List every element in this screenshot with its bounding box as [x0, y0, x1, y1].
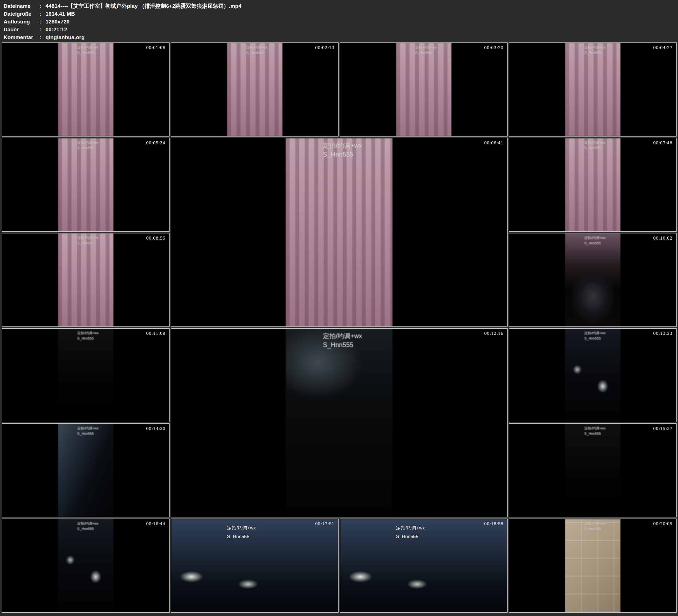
watermark: 定拍/约调+wxS_Hnn555: [77, 140, 99, 151]
thumbnail-image: 定拍/约调+wxS_Hnn555: [565, 233, 620, 326]
video-thumbnail-3: 定拍/约调+wxS_Hnn555 00:03:20: [340, 42, 507, 137]
meta-separator: :: [39, 34, 45, 41]
timestamp-label: 00:17:51: [315, 522, 334, 526]
watermark: 定拍/约调+wxS_Hnn555: [77, 331, 99, 341]
thumbnail-image: 定拍/约调+wxS_Hnn555: [58, 43, 113, 136]
timestamp-label: 00:04:27: [653, 45, 672, 50]
watermark: 定拍/约调+wxS_Hnn555: [77, 235, 99, 246]
thumbnail-image: 定拍/约调+wxS_Hnn555: [565, 43, 620, 136]
video-thumbnail-14: 定拍/约调+wxS_Hnn555 00:15:37: [509, 423, 677, 517]
watermark: 定拍/约调+wxS_Hnn555: [583, 140, 606, 151]
video-thumbnail-8: 定拍/约调+wxS_Hnn555 00:08:55: [2, 233, 170, 327]
timestamp-label: 00:10:02: [653, 236, 672, 240]
timestamp-label: 00:14:30: [146, 426, 165, 431]
timestamp-label: 00:16:44: [146, 522, 165, 526]
thumbnail-image: 定拍/约调+wxS_Hnn555: [227, 43, 282, 136]
timestamp-label: 00:13:23: [653, 331, 672, 336]
thumbnail-image: 定拍/约调+wxS_Hnn555: [58, 233, 113, 326]
video-thumbnail-18: 定拍/约调+wxS_Hnn555 00:20:05: [509, 518, 677, 613]
watermark: 定拍/约调+wxS_Hnn555: [246, 45, 268, 55]
timestamp-label: 00:01:06: [146, 45, 165, 50]
watermark: 定拍/约调+wxS_Hnn555: [583, 45, 606, 55]
meta-filename: Dateiname:44814----【艾宁工作室】初试户外play （排泄控制…: [4, 2, 678, 10]
metadata-header: Dateiname:44814----【艾宁工作室】初试户外play （排泄控制…: [0, 0, 678, 42]
timestamp-label: 00:05:34: [146, 141, 165, 145]
video-thumbnail-16: 定拍/约调+wxS_Hnn555 00:17:51: [171, 518, 339, 613]
thumbnail-image: 定拍/约调+wxS_Hnn555: [58, 519, 113, 612]
timestamp-label: 00:11:09: [146, 331, 165, 336]
video-thumbnail-1: 定拍/约调+wxS_Hnn555 00:01:06: [2, 42, 170, 137]
meta-value: 44814----【艾宁工作室】初试户外play （排泄控制6+2跳蛋双郊狼淋尿…: [45, 3, 241, 9]
thumbnail-image: 定拍/约调+wxS_Hnn555: [396, 43, 451, 136]
thumbnail-image: 定拍/约调+wxS_Hnn555: [58, 424, 113, 517]
video-thumbnail-5: 定拍/约调+wxS_Hnn555 00:05:34: [2, 138, 170, 232]
meta-label: Kommentar: [4, 34, 39, 41]
watermark: 定拍/约调+wxS_Hnn555: [77, 45, 99, 55]
meta-separator: :: [39, 26, 45, 34]
thumbnail-image: 定拍/约调+wxS_Hnn555: [286, 138, 392, 326]
thumbnail-image: 定拍/约调+wxS_Hnn555: [565, 424, 620, 517]
watermark: 定拍/约调+wxS_Hnn555: [583, 426, 606, 436]
watermark: 定拍/约调+wxS_Hnn555: [583, 521, 606, 532]
watermark: 定拍/约调+wxS_Hnn555: [583, 331, 606, 341]
timestamp-label: 00:02:13: [315, 45, 334, 50]
meta-label: Auflösung: [4, 18, 39, 26]
watermark: 定拍/约调+wxS_Hnn555: [322, 141, 362, 159]
video-thumbnail-10: 定拍/约调+wxS_Hnn555 00:11:09: [2, 328, 170, 422]
meta-label: Dateigröße: [4, 10, 39, 18]
video-thumbnail-4: 定拍/约调+wxS_Hnn555 00:04:27: [509, 42, 677, 137]
meta-value: 1614.41 MB: [45, 11, 75, 17]
meta-value: 00:21:12: [45, 27, 67, 32]
meta-label: Dateiname: [4, 2, 39, 10]
meta-label: Dauer: [4, 26, 39, 34]
watermark: 定拍/约调+wxS_Hnn555: [227, 524, 256, 541]
timestamp-label: 00:18:58: [484, 522, 503, 526]
watermark: 定拍/约调+wxS_Hnn555: [583, 235, 606, 246]
timestamp-label: 00:06:41: [484, 141, 503, 145]
watermark: 定拍/约调+wxS_Hnn555: [415, 45, 437, 55]
timestamp-label: 00:08:55: [146, 236, 165, 240]
watermark: 定拍/约调+wxS_Hnn555: [77, 426, 99, 436]
video-thumbnail-9: 定拍/约调+wxS_Hnn555 00:10:02: [509, 233, 677, 327]
video-thumbnail-7: 定拍/约调+wxS_Hnn555 00:07:48: [509, 138, 677, 232]
meta-resolution: Auflösung:1280x720: [4, 18, 678, 26]
watermark: 定拍/约调+wxS_Hnn555: [322, 332, 362, 349]
video-thumbnail-12: 定拍/约调+wxS_Hnn555 00:13:23: [509, 328, 677, 422]
meta-filesize: Dateigröße:1614.41 MB: [4, 10, 678, 18]
timestamp-label: 00:20:05: [653, 522, 672, 526]
timestamp-label: 00:15:37: [653, 426, 672, 431]
watermark: 定拍/约调+wxS_Hnn555: [396, 524, 425, 541]
thumbnail-image: 定拍/约调+wxS_Hnn555: [565, 138, 620, 231]
contact-sheet-grid: 定拍/约调+wxS_Hnn555 00:01:06 定拍/约调+wxS_Hnn5…: [2, 42, 677, 613]
timestamp-label: 00:07:48: [653, 141, 672, 145]
meta-separator: :: [39, 10, 45, 18]
meta-duration: Dauer:00:21:12: [4, 26, 678, 34]
video-thumbnail-2: 定拍/约调+wxS_Hnn555 00:02:13: [171, 42, 339, 137]
thumbnail-image: 定拍/约调+wxS_Hnn555: [286, 329, 392, 517]
video-thumbnail-15: 定拍/约调+wxS_Hnn555 00:16:44: [2, 518, 170, 613]
meta-comment: Kommentar:qinglanhua.org: [4, 34, 678, 41]
thumbnail-image: 定拍/约调+wxS_Hnn555: [565, 329, 620, 422]
thumbnail-image: 定拍/约调+wxS_Hnn555: [58, 138, 113, 231]
timestamp-label: 00:12:16: [484, 331, 503, 336]
thumbnail-image: 定拍/约调+wxS_Hnn555: [565, 519, 620, 612]
watermark: 定拍/约调+wxS_Hnn555: [77, 521, 99, 532]
meta-separator: :: [39, 18, 45, 26]
meta-value: qinglanhua.org: [45, 34, 85, 40]
timestamp-label: 00:03:20: [484, 45, 503, 50]
meta-separator: :: [39, 2, 45, 10]
video-thumbnail-6-large: 定拍/约调+wxS_Hnn555 00:06:41: [171, 138, 507, 327]
video-thumbnail-13: 定拍/约调+wxS_Hnn555 00:14:30: [2, 423, 170, 517]
meta-value: 1280x720: [45, 19, 70, 25]
thumbnail-image: 定拍/约调+wxS_Hnn555: [58, 329, 113, 422]
video-thumbnail-17: 定拍/约调+wxS_Hnn555 00:18:58: [340, 518, 507, 613]
video-thumbnail-11-large: 定拍/约调+wxS_Hnn555 00:12:16: [171, 328, 507, 517]
